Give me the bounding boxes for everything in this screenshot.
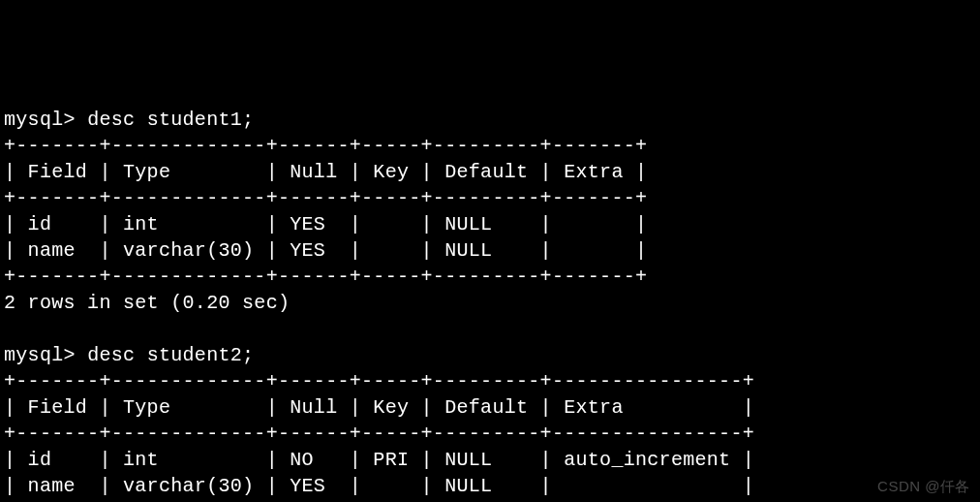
table1-border-mid: +-------+-------------+------+-----+----…: [4, 187, 647, 209]
table1-row: | id | int | YES | | NULL | |: [4, 213, 647, 235]
table1-border-bot: +-------+-------------+------+-----+----…: [4, 266, 647, 288]
table2-border-mid: +-------+-------------+------+-----+----…: [4, 423, 754, 445]
prompt: mysql>: [4, 344, 76, 366]
prompt: mysql>: [4, 109, 76, 131]
table1-row: | name | varchar(30) | YES | | NULL | |: [4, 239, 647, 262]
table1-header: | Field | Type | Null | Key | Default | …: [4, 161, 647, 183]
table1-border-top: +-------+-------------+------+-----+----…: [4, 135, 647, 157]
watermark: CSDN @仟各: [877, 477, 970, 496]
command-1: desc student1;: [87, 109, 254, 131]
command-2: desc student2;: [87, 344, 254, 366]
table2-row: | name | varchar(30) | YES | | NULL | |: [4, 475, 754, 497]
table2-row: | id | int | NO | PRI | NULL | auto_incr…: [4, 449, 754, 471]
table2-border-top: +-------+-------------+------+-----+----…: [4, 370, 754, 392]
status-1: 2 rows in set (0.20 sec): [4, 292, 290, 314]
table2-header: | Field | Type | Null | Key | Default | …: [4, 396, 754, 419]
terminal-output: mysql> desc student1; +-------+---------…: [4, 107, 976, 502]
